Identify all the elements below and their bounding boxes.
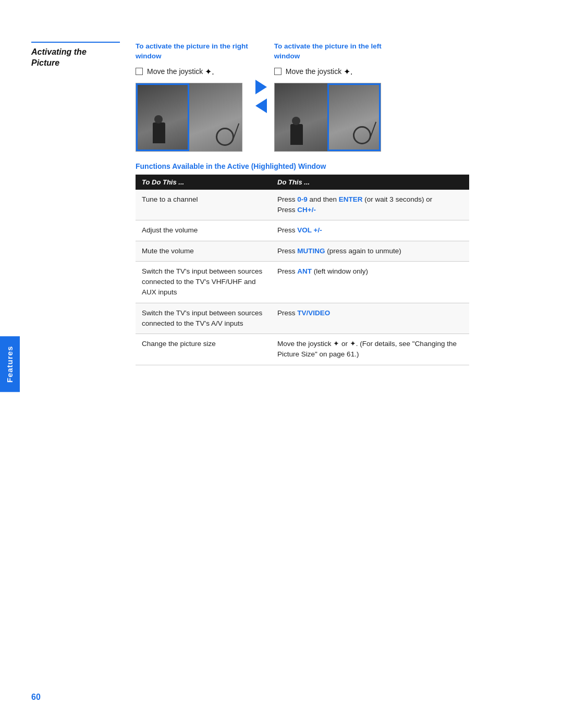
functions-heading: Functions Available in the Active (Highl… [136,162,563,170]
right-window-heading: To activate the picture in the right win… [136,42,248,61]
table-header-row: To Do This ... Do This ... [136,175,469,190]
checkbox-left [274,68,282,75]
features-tab: Features [0,336,20,392]
table-row: Switch the TV's input between sources co… [136,261,469,303]
functions-table: To Do This ... Do This ... Tune to a cha… [136,175,469,365]
key-muting: MUTING [297,247,325,255]
joystick-symbol-right: ✦. [205,67,214,77]
arrow-left-icon [255,98,267,113]
col2-header: Do This ... [271,175,469,190]
table-cell-do: Press TV/VIDEO [271,303,469,334]
features-tab-label: Features [5,346,14,382]
table-cell-do: Press 0-9 and then ENTER (or wait 3 seco… [271,190,469,220]
table-cell-action: Change the picture size [136,334,271,365]
table-cell-do: Move the joystick ✦ or ✦. (For details, … [271,334,469,365]
left-joystick-instruction: Move the joystick ✦. [274,67,384,77]
right-window-col: To activate the picture in the right win… [136,42,248,152]
images-row: To activate the picture in the right win… [136,42,563,152]
key-enter: ENTER [339,195,363,203]
key-ch: CH+/- [297,206,316,214]
table-cell-action: Switch the TV's input between sources co… [136,261,271,303]
key-0-9: 0-9 [297,195,308,203]
table-body: Tune to a channel Press 0-9 and then ENT… [136,190,469,365]
arrow-right-icon [255,80,267,94]
table-cell-do: Press VOL +/- [271,220,469,241]
table-row: Change the picture size Move the joystic… [136,334,469,365]
table-row: Mute the volume Press MUTING (press agai… [136,241,469,261]
col1-header: To Do This ... [136,175,271,190]
left-window-heading: To activate the picture in the left wind… [274,42,384,61]
table-row: Adjust the volume Press VOL +/- [136,220,469,241]
section-title: Activating the Picture [31,47,120,69]
table-row: Tune to a channel Press 0-9 and then ENT… [136,190,469,220]
table-cell-do: Press MUTING (press again to unmute) [271,241,469,261]
joystick-symbol-left: ✦. [344,67,352,77]
checkbox-right [136,68,143,75]
before-image [136,83,242,152]
after-image [274,83,381,152]
right-joystick-instruction: Move the joystick ✦. [136,67,248,77]
table-cell-do: Press ANT (left window only) [271,261,469,303]
section-title-block: Activating the Picture [31,42,136,365]
main-content: To activate the picture in the right win… [136,42,563,365]
arrow-col [248,80,274,113]
table-row: Switch the TV's input between sources co… [136,303,469,334]
key-ant: ANT [297,267,312,275]
table-cell-action: Switch the TV's input between sources co… [136,303,271,334]
key-vol: VOL +/- [297,226,322,234]
page-number: 60 [31,693,41,702]
functions-section: Functions Available in the Active (Highl… [136,162,563,365]
table-cell-action: Mute the volume [136,241,271,261]
table-cell-action: Tune to a channel [136,190,271,220]
key-tv-video: TV/VIDEO [297,309,330,317]
table-cell-action: Adjust the volume [136,220,271,241]
left-window-col: To activate the picture in the left wind… [274,42,384,152]
